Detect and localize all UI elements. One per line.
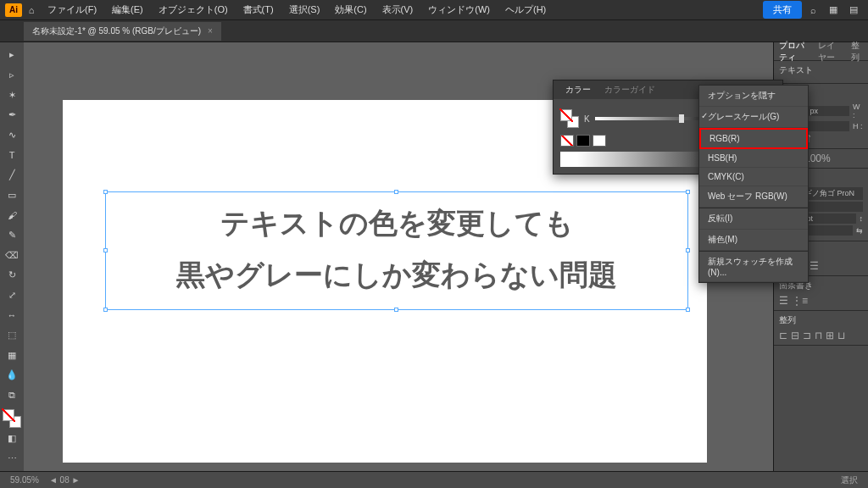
rectangle-tool-icon[interactable]: ▭ xyxy=(3,186,21,204)
align-t-icon[interactable]: ⊓ xyxy=(815,330,822,341)
handle-icon[interactable] xyxy=(103,308,108,312)
leading-icon: ↕ xyxy=(860,214,864,223)
menu-object[interactable]: オブジェクト(O) xyxy=(152,1,235,19)
text-section: テキスト xyxy=(774,61,868,84)
arrange-icon[interactable]: ▦ xyxy=(824,3,843,18)
slider-thumb-icon[interactable] xyxy=(679,114,684,123)
menu-bar: Ai ⌂ ファイル(F) 編集(E) オブジェクト(O) 書式(T) 選択(S)… xyxy=(0,0,868,20)
k-label: K xyxy=(584,114,590,124)
rotate-tool-icon[interactable]: ↻ xyxy=(3,266,21,285)
document-tab-bar: 名称未設定-1* @ 59.05 % (RGB/プレビュー) × xyxy=(0,20,868,42)
align-header: 整列 xyxy=(779,314,863,326)
h-label: H : xyxy=(853,122,863,130)
handle-icon[interactable] xyxy=(686,248,690,252)
free-transform-tool-icon[interactable]: ⬚ xyxy=(3,326,21,345)
line-tool-icon[interactable]: ╱ xyxy=(3,166,21,185)
justify-icon[interactable]: ☰ xyxy=(810,260,819,272)
bullet-list-icon[interactable]: ☰ xyxy=(779,295,788,307)
text-content: テキストの色を変更しても 黒やグレーにしか変わらない問題 xyxy=(106,192,687,306)
text-frame[interactable]: テキストの色を変更しても 黒やグレーにしか変わらない問題 xyxy=(105,191,688,310)
align-m-icon[interactable]: ⊞ xyxy=(826,330,834,341)
handle-icon[interactable] xyxy=(686,308,690,312)
document-tab[interactable]: 名称未設定-1* @ 59.05 % (RGB/プレビュー) × xyxy=(24,22,221,41)
menu-help[interactable]: ヘルプ(H) xyxy=(498,1,553,19)
search-icon[interactable]: ⌕ xyxy=(804,3,822,18)
color-tab[interactable]: カラー xyxy=(559,80,598,99)
handle-icon[interactable] xyxy=(394,190,398,194)
number-list-icon[interactable]: ⋮≡ xyxy=(792,295,808,307)
home-icon[interactable]: ⌂ xyxy=(24,3,39,18)
tools-panel: ▸ ▹ ✶ ✒ ∿ T ╱ ▭ 🖌 ✎ ⌫ ↻ ⤢ ↔ ⬚ ▦ 💧 ⧉ ◧ ⋯ xyxy=(0,42,24,471)
menu-file[interactable]: ファイル(F) xyxy=(41,1,103,19)
menu-edit[interactable]: 編集(E) xyxy=(105,1,150,19)
none-swatch-icon[interactable] xyxy=(560,135,574,147)
type-tool-icon[interactable]: T xyxy=(3,146,21,164)
tracking-icon: ⇆ xyxy=(856,226,863,235)
color-panel-flyout: オプションを隠す グレースケール(G) RGB(R) HSB(H) CMYK(C… xyxy=(698,85,809,283)
screen-mode-icon[interactable]: ◧ xyxy=(3,430,21,448)
black-swatch-icon[interactable] xyxy=(576,135,590,147)
flyout-new-swatch[interactable]: 新規スウォッチを作成(N)... xyxy=(699,252,808,282)
width-tool-icon[interactable]: ↔ xyxy=(3,306,21,324)
eyedropper-tool-icon[interactable]: 💧 xyxy=(3,366,21,385)
app-icon: Ai xyxy=(5,3,22,17)
eraser-tool-icon[interactable]: ⌫ xyxy=(3,246,21,264)
w-label: W : xyxy=(853,103,863,119)
menu-type[interactable]: 書式(T) xyxy=(236,1,281,19)
status-bar: 59.05% ◄ 08 ► 選択 xyxy=(0,471,868,488)
white-swatch-icon[interactable] xyxy=(593,135,606,147)
direct-selection-tool-icon[interactable]: ▹ xyxy=(3,66,21,85)
flyout-hsb[interactable]: HSB(H) xyxy=(699,149,808,168)
handle-icon[interactable] xyxy=(686,190,690,194)
menu-select[interactable]: 選択(S) xyxy=(282,1,327,19)
text-header: テキスト xyxy=(779,64,863,76)
curvature-tool-icon[interactable]: ∿ xyxy=(3,126,21,145)
align-c-icon[interactable]: ⊟ xyxy=(791,330,799,341)
zoom-display[interactable]: 59.05% xyxy=(5,475,44,485)
panel-tabs: プロパティ レイヤー 整列 xyxy=(774,42,868,61)
menu-effect[interactable]: 効果(C) xyxy=(328,1,373,19)
text-line-1: テキストの色を変更しても xyxy=(111,197,682,249)
handle-icon[interactable] xyxy=(103,190,108,194)
blend-tool-icon[interactable]: ⧉ xyxy=(3,386,21,405)
handle-icon[interactable] xyxy=(103,248,108,252)
edit-toolbar-icon[interactable]: ⋯ xyxy=(3,450,21,469)
color-guide-tab[interactable]: カラーガイド xyxy=(598,80,662,99)
color-swatch[interactable] xyxy=(560,109,579,128)
flyout-grayscale[interactable]: グレースケール(G) xyxy=(699,107,808,128)
menu-view[interactable]: 表示(V) xyxy=(376,1,420,19)
ramp-white[interactable] xyxy=(560,152,577,167)
flyout-cmyk[interactable]: CMYK(C) xyxy=(699,168,808,186)
close-icon[interactable]: × xyxy=(208,26,213,36)
align-b-icon[interactable]: ⊔ xyxy=(837,330,845,341)
flyout-invert[interactable]: 反転(I) xyxy=(699,208,808,230)
selection-tool-icon[interactable]: ▸ xyxy=(3,46,21,64)
flyout-rgb[interactable]: RGB(R) xyxy=(699,128,808,149)
flyout-complement[interactable]: 補色(M) xyxy=(699,230,808,251)
artboard-nav[interactable]: ◄ 08 ► xyxy=(44,475,85,485)
flyout-hide-options[interactable]: オプションを隠す xyxy=(699,86,808,107)
document-tab-title: 名称未設定-1* @ 59.05 % (RGB/プレビュー) xyxy=(32,25,201,37)
fill-swatch[interactable] xyxy=(3,409,14,421)
menu-window[interactable]: ウィンドウ(W) xyxy=(421,1,497,19)
text-line-2: 黒やグレーにしか変わらない問題 xyxy=(111,249,682,301)
gradient-tool-icon[interactable]: ▦ xyxy=(3,346,21,364)
scale-tool-icon[interactable]: ⤢ xyxy=(3,286,21,305)
align-l-icon[interactable]: ⊏ xyxy=(779,330,787,341)
selection-label: 選択 xyxy=(836,474,863,486)
workspace-icon[interactable]: ▤ xyxy=(844,3,863,18)
pen-tool-icon[interactable]: ✒ xyxy=(3,106,21,125)
flyout-websafe[interactable]: Web セーフ RGB(W) xyxy=(699,186,808,208)
share-button[interactable]: 共有 xyxy=(763,1,802,19)
shaper-tool-icon[interactable]: ✎ xyxy=(3,226,21,245)
fill-stroke-swatch[interactable] xyxy=(3,409,21,428)
handle-icon[interactable] xyxy=(394,308,398,312)
fill-swatch[interactable] xyxy=(560,109,572,121)
align-section: 整列 ⊏ ⊟ ⊐ ⊓ ⊞ ⊔ xyxy=(774,311,868,346)
align-r-icon[interactable]: ⊐ xyxy=(803,330,811,341)
paintbrush-tool-icon[interactable]: 🖌 xyxy=(3,206,21,225)
magic-wand-tool-icon[interactable]: ✶ xyxy=(3,86,21,104)
